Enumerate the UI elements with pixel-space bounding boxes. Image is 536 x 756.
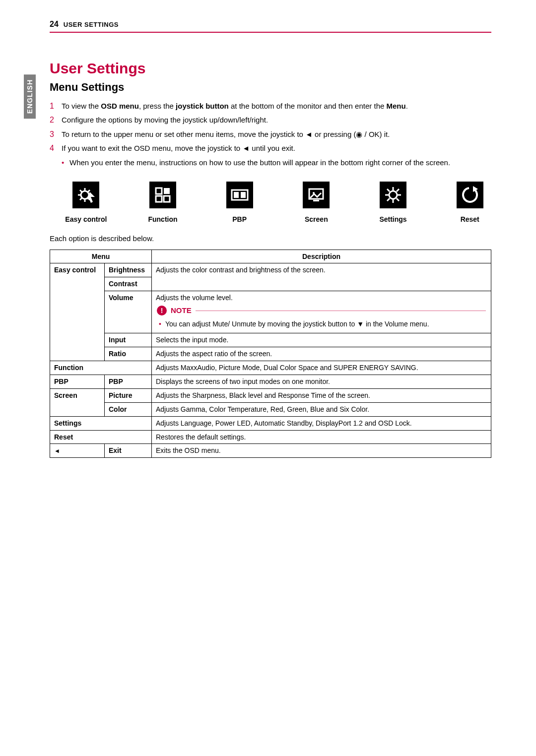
svg-rect-13 (234, 192, 239, 198)
step-text: To view the OSD menu, press the joystick… (62, 101, 491, 112)
svg-line-23 (387, 189, 390, 191)
easy-control-icon (72, 182, 99, 208)
cell-ratio-desc: Adjusts the aspect ratio of the screen. (152, 347, 491, 361)
icon-label: Settings (372, 215, 415, 223)
cell-exit-desc: Exits the OSD menu. (152, 444, 491, 458)
cell-color-desc: Adjusts Gamma, Color Temperature, Red, G… (152, 402, 491, 416)
menu-icons-row: Easy control Function (65, 182, 491, 223)
reset-icon (457, 182, 483, 208)
svg-line-5 (80, 190, 82, 192)
th-menu: Menu (50, 250, 152, 263)
icon-label: Function (141, 215, 185, 223)
icon-label: Screen (295, 215, 338, 223)
bullet-dot: • (159, 319, 161, 329)
step-number: 3 (50, 129, 62, 140)
page-title: User Settings (50, 60, 491, 77)
language-tab: ENGLISH (24, 74, 36, 119)
function-icon (149, 182, 176, 208)
cell-pbp: PBP (50, 375, 105, 388)
cell-input-desc: Selects the input mode. (152, 333, 491, 347)
step-number: 4 (50, 143, 62, 154)
cell-settings: Settings (50, 416, 152, 430)
cell-function: Function (50, 361, 152, 375)
cell-reset: Reset (50, 430, 152, 444)
cell-ratio: Ratio (105, 347, 152, 361)
svg-line-26 (397, 189, 399, 191)
cell-reset-desc: Restores the default settings. (152, 430, 491, 444)
icon-label: Reset (448, 215, 491, 223)
bullet-dot: • (62, 157, 69, 168)
cell-input: Input (105, 333, 152, 347)
cell-pbp-desc: Displays the screens of two input modes … (152, 375, 491, 388)
step-number: 2 (50, 115, 62, 126)
note-text: You can adjust Mute/ Unmute by moving th… (165, 319, 429, 329)
info-bullet: • When you enter the menu, instructions … (62, 157, 491, 168)
icon-label: Easy control (65, 215, 108, 223)
settings-icon (380, 182, 406, 208)
cell-picture-desc: Adjusts the Sharpness, Black level and R… (152, 388, 491, 402)
svg-line-8 (88, 190, 90, 192)
cell-contrast: Contrast (105, 277, 152, 291)
cell-left-arrow: ◄ (50, 444, 105, 458)
note-title: NOTE (171, 306, 192, 315)
svg-point-18 (389, 191, 397, 199)
step-number: 1 (50, 101, 62, 112)
cell-settings-desc: Adjusts Language, Power LED, Automatic S… (152, 416, 491, 430)
cell-picture: Picture (105, 388, 152, 402)
cell-exit: Exit (105, 444, 152, 458)
note-icon: ! (157, 306, 167, 315)
svg-rect-17 (313, 200, 319, 201)
svg-line-25 (387, 198, 390, 201)
svg-rect-10 (156, 196, 162, 202)
section-subtitle: Menu Settings (50, 81, 491, 94)
pbp-icon (226, 182, 253, 208)
note-block: ! NOTE • You can adjust Mute/ Unmute by … (157, 306, 486, 329)
cell-volume: Volume (105, 291, 152, 333)
cell-easy-control: Easy control (50, 263, 105, 361)
page-header: 24 USER SETTINGS (50, 20, 491, 33)
screen-icon (303, 182, 330, 208)
table-intro: Each option is described below. (50, 234, 491, 243)
cell-brightness: Brightness (105, 263, 152, 277)
step-text: If you want to exit the OSD menu, move t… (62, 143, 491, 154)
step-text: Configure the options by moving the joys… (62, 115, 491, 126)
svg-rect-9 (156, 188, 162, 194)
cell-pbp-sub: PBP (105, 375, 152, 388)
svg-point-0 (81, 191, 89, 199)
svg-rect-14 (241, 192, 246, 198)
cell-screen: Screen (50, 388, 105, 416)
svg-line-24 (397, 198, 399, 201)
page-number: 24 (50, 20, 59, 29)
header-section-label: USER SETTINGS (64, 21, 119, 28)
icon-label: PBP (218, 215, 261, 223)
svg-rect-11 (164, 196, 170, 202)
cell-function-desc: Adjusts MaxxAudio, Picture Mode, Dual Co… (152, 361, 491, 375)
steps-list: 1 To view the OSD menu, press the joysti… (50, 101, 491, 154)
cell-bc-desc: Adjusts the color contrast and brightnes… (152, 263, 491, 291)
step-text: To return to the upper menu or set other… (62, 129, 491, 140)
th-description: Description (152, 250, 491, 263)
cell-color: Color (105, 402, 152, 416)
note-divider (196, 311, 486, 311)
menu-description-table: Menu Description Easy control Brightness… (50, 250, 491, 458)
svg-line-7 (80, 198, 82, 200)
cell-volume-desc: Adjusts the volume level. ! NOTE • You c… (152, 291, 491, 333)
